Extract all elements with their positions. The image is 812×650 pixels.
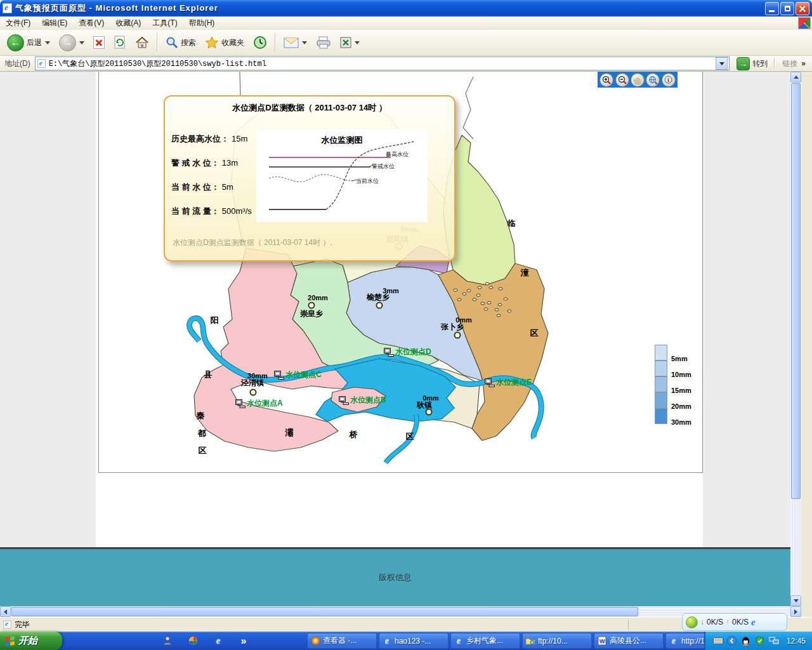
map-zoom-in-icon[interactable] [599, 73, 613, 87]
quick-launch-pinwheel-icon[interactable] [187, 635, 199, 647]
print-button[interactable] [313, 35, 334, 50]
station-label: 水位测点E [496, 377, 532, 388]
town-name: 榆楚乡 [367, 292, 390, 303]
links-button[interactable]: 链接 » [777, 58, 809, 69]
taskbar-task[interactable]: e乡村气象... [450, 633, 520, 649]
minimize-button[interactable] [765, 2, 779, 15]
scroll-up-button[interactable] [790, 72, 801, 83]
legend-swatch [655, 361, 667, 376]
mail-button[interactable] [280, 36, 310, 50]
edit-button[interactable] [337, 36, 363, 50]
menu-item[interactable]: 收藏(A) [110, 17, 147, 30]
menu-item[interactable]: 编辑(E) [36, 17, 73, 30]
copyright-text: 版权信息 [379, 572, 412, 583]
map-pan-icon[interactable] [631, 73, 645, 87]
chart-label-current: 当前水位 [356, 177, 379, 185]
vertical-scroll-thumb[interactable] [791, 83, 801, 499]
town-marker-icon[interactable] [376, 302, 383, 309]
edit-dropdown-icon[interactable] [355, 41, 360, 44]
station-水位测点C[interactable]: 水位测点C [274, 369, 322, 380]
quick-launch-user-icon[interactable] [162, 635, 173, 647]
station-monitor-icon [235, 399, 246, 408]
taskbar-task[interactable]: ftp://10... [522, 633, 592, 649]
tray-shield-icon[interactable] [755, 636, 765, 646]
forward-button[interactable]: → [56, 33, 88, 53]
legend-swatch [655, 408, 667, 424]
quick-launch-overflow-icon[interactable]: » [238, 635, 249, 647]
search-button[interactable]: 搜索 [162, 35, 199, 50]
district-label: 区 [199, 445, 207, 456]
station-label: 水位测点C [285, 369, 322, 380]
menu-item[interactable]: 工具(T) [147, 17, 183, 30]
tray-qq-icon[interactable] [741, 636, 751, 646]
scroll-left-button[interactable] [0, 606, 11, 617]
address-input[interactable]: E:\气象台\原型20110530\原型20110530\swyb-list.h… [35, 56, 730, 70]
station-水位测点D[interactable]: 水位测点D [384, 347, 431, 357]
taskbar-task[interactable]: ehao123 -... [379, 633, 449, 649]
back-dropdown-icon[interactable] [45, 41, 50, 44]
station-水位测点A[interactable]: 水位测点A [235, 398, 283, 409]
start-button[interactable]: 开始 [0, 632, 62, 650]
menu-item[interactable]: 文件(F) [0, 17, 36, 30]
taskbar-task[interactable]: 查看器 -... [307, 633, 377, 649]
print-icon [316, 36, 331, 49]
tray-collapse-chevron-icon[interactable] [727, 636, 737, 646]
map-info-icon[interactable]: i [662, 73, 676, 87]
task-title: ftp://10... [538, 637, 568, 646]
favorites-button[interactable]: 收藏夹 [202, 35, 247, 50]
task-title: hao123 -... [395, 637, 431, 646]
window-title: 气象预报页面原型 - Microsoft Internet Explorer [15, 3, 765, 14]
chart-canvas [256, 129, 428, 222]
go-button[interactable]: → 转到 [732, 56, 772, 71]
district-label: 都 [198, 428, 206, 439]
tray-keyboard-icon[interactable] [713, 636, 723, 646]
ie-window-icon [3, 3, 12, 13]
vertical-scrollbar[interactable] [790, 72, 801, 606]
edit-excel-icon [340, 37, 351, 48]
history-button[interactable] [250, 34, 270, 51]
links-chevron-icon: » [801, 59, 804, 68]
ie-window: 气象预报页面原型 - Microsoft Internet Explorer 文… [0, 0, 812, 650]
ie-icon: e [454, 636, 464, 646]
field-value: 13m [222, 158, 238, 168]
station-d-popup: 水位测点D监测数据（ 2011-03-07 14时 ） 历史最高水位：15m警 … [164, 95, 455, 262]
address-page-icon [37, 59, 46, 68]
scroll-right-button[interactable] [790, 606, 801, 617]
map-zoom-out-icon[interactable] [615, 73, 629, 87]
station-label: 水位测点A [247, 398, 283, 409]
horizontal-scroll-thumb[interactable] [11, 607, 638, 616]
mail-dropdown-icon[interactable] [302, 41, 307, 44]
refresh-button[interactable] [110, 34, 129, 51]
menu-item[interactable]: 查看(V) [73, 17, 110, 30]
horizontal-scrollbar[interactable] [0, 606, 801, 617]
town-marker-icon[interactable] [250, 389, 257, 396]
town-name: 泾渭镇 [241, 378, 264, 388]
restore-button[interactable] [780, 2, 794, 15]
toolbar-separator [157, 33, 158, 52]
status-text: 完毕 [15, 620, 30, 630]
station-monitor-icon [339, 396, 349, 405]
station-水位测点B[interactable]: 水位测点B [339, 395, 386, 406]
menu-item[interactable]: 帮助(H) [183, 17, 221, 30]
map-globe-search-icon[interactable] [646, 73, 660, 87]
address-value: E:\气象台\原型20110530\原型20110530\swyb-list.h… [49, 58, 716, 69]
town-marker-icon[interactable] [454, 332, 461, 339]
network-speed-widget[interactable]: ↓ 0K/S ↑ 0K/S e [682, 613, 787, 631]
forward-dropdown-icon[interactable] [79, 41, 84, 44]
station-label: 水位测点D [395, 347, 431, 357]
windows-flag-icon [5, 636, 15, 646]
tray-network-icon[interactable] [769, 636, 779, 646]
taskbar-task[interactable]: W高陵县公... [594, 633, 664, 649]
address-dropdown-icon[interactable] [716, 57, 728, 70]
popup-field: 当 前 流 量：500m³/s [171, 206, 252, 217]
scroll-down-button[interactable] [790, 595, 801, 606]
stop-button[interactable] [90, 35, 108, 50]
station-水位测点E[interactable]: 水位测点E [485, 377, 532, 388]
back-icon: ← [7, 34, 24, 51]
popup-field: 历史最高水位：15m [171, 133, 247, 145]
back-button[interactable]: ← 后退 [4, 33, 53, 53]
quick-launch-ie-icon[interactable]: e [213, 635, 224, 647]
close-button[interactable] [796, 2, 809, 15]
home-button[interactable] [132, 35, 152, 50]
mail-icon [284, 37, 299, 48]
